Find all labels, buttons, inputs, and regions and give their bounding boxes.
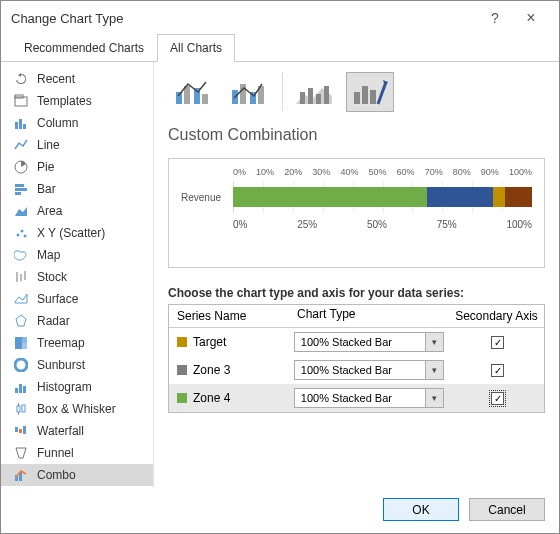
preview-bottom-axis: 0%25%50%75%100% (181, 219, 532, 230)
series-row[interactable]: Target100% Stacked Bar▾✓ (169, 328, 544, 356)
sidebar-item-label: Column (37, 116, 78, 130)
sidebar-item-label: Stock (37, 270, 67, 284)
svg-rect-45 (316, 94, 321, 104)
ok-button[interactable]: OK (383, 498, 459, 521)
preview-bar (233, 181, 532, 213)
sidebar-item-stock[interactable]: Stock (1, 266, 153, 288)
sidebar-item-line[interactable]: Line (1, 134, 153, 156)
sidebar-item-combo[interactable]: Combo (1, 464, 153, 486)
svg-rect-19 (22, 343, 27, 349)
svg-rect-4 (23, 124, 26, 129)
sidebar-item-pie[interactable]: Pie (1, 156, 153, 178)
cancel-button[interactable]: Cancel (469, 498, 545, 521)
help-button[interactable]: ? (477, 10, 513, 26)
chevron-down-icon: ▾ (425, 389, 443, 407)
bar-segment (233, 187, 427, 207)
tick-label: 100% (509, 167, 532, 177)
boxwhisker-icon (13, 401, 29, 417)
sidebar-item-area[interactable]: Area (1, 200, 153, 222)
svg-rect-30 (23, 426, 26, 434)
chevron-down-icon: ▾ (425, 333, 443, 351)
svg-marker-9 (15, 207, 27, 216)
dropdown-value: 100% Stacked Bar (295, 392, 425, 404)
series-instructions: Choose the chart type and axis for your … (168, 286, 545, 300)
sidebar-item-radar[interactable]: Radar (1, 310, 153, 332)
tick-label: 70% (425, 167, 443, 177)
surface-icon (13, 291, 29, 307)
svg-rect-17 (15, 337, 22, 349)
col-secondary-axis: Secondary Axis (449, 305, 544, 327)
bar-segment (493, 187, 505, 207)
pie-icon (13, 159, 29, 175)
sidebar-item-sunburst[interactable]: Sunburst (1, 354, 153, 376)
sidebar-item-label: Map (37, 248, 60, 262)
tab-all-charts[interactable]: All Charts (157, 34, 235, 62)
subtype-clustered-column-line-secondary[interactable] (224, 72, 272, 112)
chevron-down-icon: ▾ (425, 361, 443, 379)
column-icon (13, 115, 29, 131)
col-series-name: Series Name (169, 305, 289, 327)
radar-icon (13, 313, 29, 329)
chart-type-dropdown[interactable]: 100% Stacked Bar▾ (294, 332, 444, 352)
sidebar-item-surface[interactable]: Surface (1, 288, 153, 310)
svg-rect-27 (22, 405, 25, 412)
tab-strip: Recommended Charts All Charts (1, 33, 559, 62)
secondary-axis-checkbox[interactable]: ✓ (491, 392, 504, 405)
xy-icon (13, 225, 29, 241)
sidebar-item-map[interactable]: Map (1, 244, 153, 266)
stock-icon (13, 269, 29, 285)
templates-icon (13, 93, 29, 109)
sidebar-item-column[interactable]: Column (1, 112, 153, 134)
sidebar-item-waterfall[interactable]: Waterfall (1, 420, 153, 442)
svg-point-12 (24, 235, 27, 238)
svg-rect-18 (22, 337, 27, 343)
sidebar-item-treemap[interactable]: Treemap (1, 332, 153, 354)
area-icon (13, 203, 29, 219)
map-icon (13, 247, 29, 263)
tab-recommended[interactable]: Recommended Charts (11, 34, 157, 62)
secondary-axis-checkbox[interactable]: ✓ (491, 336, 504, 349)
svg-marker-31 (16, 448, 26, 458)
chart-type-dropdown[interactable]: 100% Stacked Bar▾ (294, 388, 444, 408)
series-name-label: Target (193, 335, 226, 349)
sidebar-item-templates[interactable]: Templates (1, 90, 153, 112)
sidebar-item-label: X Y (Scatter) (37, 226, 105, 240)
sidebar-item-boxwhisker[interactable]: Box & Whisker (1, 398, 153, 420)
recent-icon (13, 71, 29, 87)
sidebar-item-label: Sunburst (37, 358, 85, 372)
series-row[interactable]: Zone 4100% Stacked Bar▾✓ (169, 384, 544, 412)
close-button[interactable]: × (513, 9, 549, 27)
sidebar-item-label: Line (37, 138, 60, 152)
chart-type-dropdown[interactable]: 100% Stacked Bar▾ (294, 360, 444, 380)
sidebar-item-recent[interactable]: Recent (1, 68, 153, 90)
sidebar-item-histogram[interactable]: Histogram (1, 376, 153, 398)
histogram-icon (13, 379, 29, 395)
sidebar-item-funnel[interactable]: Funnel (1, 442, 153, 464)
tick-label: 30% (312, 167, 330, 177)
svg-rect-48 (362, 86, 368, 104)
sidebar-item-label: Funnel (37, 446, 74, 460)
secondary-axis-checkbox[interactable]: ✓ (491, 364, 504, 377)
subtype-clustered-column-line[interactable] (168, 72, 216, 112)
bar-icon (13, 181, 29, 197)
subtype-heading: Custom Combination (168, 126, 545, 144)
series-row[interactable]: Zone 3100% Stacked Bar▾✓ (169, 356, 544, 384)
svg-rect-44 (308, 88, 313, 104)
sunburst-icon (13, 357, 29, 373)
sidebar-item-bar[interactable]: Bar (1, 178, 153, 200)
tick-label: 20% (284, 167, 302, 177)
chart-preview[interactable]: 0%10%20%30%40%50%60%70%80%90%100% Revenu… (168, 158, 545, 268)
tick-label: 25% (297, 219, 317, 230)
svg-rect-47 (354, 92, 360, 104)
subtype-custom-combination[interactable] (346, 72, 394, 112)
sidebar-item-label: Waterfall (37, 424, 84, 438)
tick-label: 10% (256, 167, 274, 177)
tick-label: 75% (437, 219, 457, 230)
svg-point-10 (17, 234, 20, 237)
series-table: Series Name Chart Type Secondary Axis Ta… (168, 304, 545, 413)
sidebar-item-label: Bar (37, 182, 56, 196)
combo-icon-4 (352, 78, 388, 106)
sidebar-item-label: Treemap (37, 336, 85, 350)
sidebar-item-xy[interactable]: X Y (Scatter) (1, 222, 153, 244)
subtype-stacked-area-column[interactable] (282, 72, 338, 112)
